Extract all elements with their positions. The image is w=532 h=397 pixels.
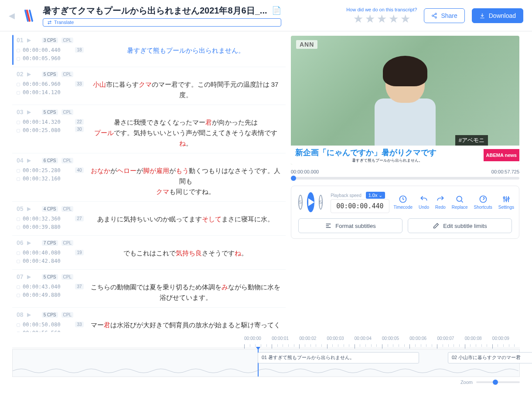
subtitle-row[interactable]: 04▶6 CPSCPL00:00:25.28000:00:32.16040おなか… [12,153,286,202]
rating-stars[interactable]: ★ ★ ★ ★ ★ [353,13,410,24]
hashtag-badge: #アベモニ [455,135,488,146]
speed-label: Playback speed [331,193,361,198]
share-button[interactable]: Share [424,8,464,23]
svg-point-10 [508,198,509,199]
star-icon[interactable]: ★ [365,13,375,24]
end-timecode[interactable]: 00:00:49.880 [17,291,73,299]
waveform [13,366,518,376]
cps-badge: 5 CPS [42,109,58,115]
play-button[interactable] [307,192,314,212]
play-icon[interactable]: ▶ [27,157,31,163]
skip-back-button[interactable]: 5 [298,195,303,210]
cpl-value: 30 [75,126,83,132]
notes-icon[interactable]: 📄 [272,6,281,15]
subtitle-text[interactable]: 小山市に暮らすクマのマー君です。この時間手元の温度計は 37 度。 [85,67,286,105]
translate-icon: ⇄ [48,20,51,25]
cps-badge: 6 CPS [42,158,58,163]
start-timecode[interactable]: 00:00:32.360 [17,215,73,223]
ruler-label: 00:00:06 [409,336,437,341]
subtitle-text[interactable]: 暑すぎて熊もプールから出られません。 [85,33,286,67]
subtitle-row[interactable]: 02▶5 CPSCPL00:00:06.96000:00:14.12033小山市… [12,67,286,105]
subtitle-row[interactable]: 05▶4 CPSCPL00:00:32.36000:00:39.88027あまり… [12,202,286,236]
timecode-tool[interactable]: Timecode [394,195,413,210]
subtitle-text[interactable]: でもこれはこれで気持ち良さそうですね。 [85,236,286,269]
start-timecode[interactable]: 00:00:00.440 [17,46,73,54]
start-timecode[interactable]: 00:00:14.320 [17,118,73,126]
star-icon[interactable]: ★ [353,13,363,24]
subtitle-text[interactable]: おなかがヘローが脚が雇用がもう動くつもりはなさそうです。人間もクマも同じですね。 [85,153,286,201]
ruler-label: 00:00:08 [465,336,492,341]
shortcuts-tool[interactable]: Shortcuts [474,195,492,210]
end-timecode[interactable]: 00:00:39.880 [17,223,73,231]
translate-button[interactable]: ⇄ Translate [43,18,281,27]
end-timecode[interactable]: 00:00:25.080 [17,126,73,135]
play-icon[interactable]: ▶ [27,274,31,280]
progress-bar[interactable] [291,177,519,180]
download-icon [479,13,485,19]
lower-third-main: 新企画「にゃんですか」暑がりクマです [295,147,479,158]
edit-limits-button[interactable]: Edit subtitle limits [408,218,512,233]
end-timecode[interactable]: 00:00:14.120 [17,88,73,97]
star-icon[interactable]: ★ [377,13,387,24]
video-tc-end: 00:00:57.725 [491,169,519,174]
subtitle-text[interactable]: マー君は水浴びが大好きで飼育員の放水が始まると駆け寄ってくるとよ。 [85,308,286,332]
start-timecode[interactable]: 00:00:40.080 [17,249,73,257]
play-icon[interactable]: ▶ [27,109,31,115]
subtitle-row[interactable]: 06▶7 CPSCPL00:00:40.08000:00:42.84019でもこ… [12,236,286,270]
timeline-clip[interactable]: 01 暑すぎて熊もプールから出られません。 [258,352,419,363]
play-icon[interactable]: ▶ [27,71,31,77]
settings-tool[interactable]: Settings [498,195,514,210]
cpl-value: 27 [75,216,83,221]
end-timecode[interactable]: 00:00:42.840 [17,257,73,265]
video-tc-start: 00:00:00.000 [291,169,319,174]
start-timecode[interactable]: 00:00:06.960 [17,80,73,88]
skip-forward-button[interactable]: 5 [319,195,323,210]
subtitle-number: 05 [17,205,24,212]
subtitle-text[interactable]: あまりに気持ちいいのか眠ってますそしてまさに寝耳に水。 [85,202,286,235]
star-icon[interactable]: ★ [400,13,410,24]
cpl-header: CPL [61,109,73,115]
subtitle-row[interactable]: 07▶5 CPSCPL00:00:43.04000:00:49.88037こちら… [12,270,286,308]
subtitle-text[interactable]: 暑さに我慢できなくなったマー君が向かった先はプールです。気持ちいいという声が聞こ… [85,105,286,153]
zoom-slider[interactable] [476,381,520,383]
subtitle-list[interactable]: 01▶3 CPSCPL00:00:00.44000:00:05.96018暑すぎ… [0,31,286,332]
zoom-thumb[interactable] [493,380,498,385]
subtitle-row[interactable]: 08▶5 CPSCPL00:00:50.08000:00:56.56033マー君… [12,308,286,332]
speed-select[interactable]: 1.0x ⌄ [366,192,385,199]
play-icon[interactable]: ▶ [27,206,31,212]
play-icon[interactable]: ▶ [27,240,31,246]
download-button[interactable]: Download [472,8,523,23]
end-timecode[interactable]: 00:00:32.160 [17,175,73,183]
subtitle-row[interactable]: 01▶3 CPSCPL00:00:00.44000:00:05.96018暑すぎ… [12,33,286,67]
format-subtitles-button[interactable]: Format subtitles [298,218,402,233]
play-icon[interactable]: ▶ [27,312,31,318]
subtitle-number: 07 [17,273,24,280]
ruler-label: 00:00:00 [244,336,272,341]
timecode-display[interactable]: 00:00:00.440 [331,199,389,213]
cpl-header: CPL [61,158,73,163]
video-preview[interactable]: ANN #アベモニ 新企画「にゃんですか」暑がりクマです 暑すぎて熊もプールから… [291,36,519,165]
timeline-panel[interactable]: 00:00:0000:00:0100:00:0200:00:0300:00:04… [12,336,520,392]
rating-label: How did we do on this transcript? [346,7,417,12]
undo-tool[interactable]: Undo [419,195,429,210]
start-timecode[interactable]: 00:00:25.280 [17,166,73,175]
timeline-clip[interactable]: 02 小山市に暮らすクマのマー君 [448,352,532,363]
replace-tool[interactable]: Replace [452,195,468,210]
end-timecode[interactable]: 00:00:56.560 [17,329,73,332]
redo-tool[interactable]: Redo [435,195,446,210]
end-timecode[interactable]: 00:00:05.960 [17,54,73,63]
share-icon [431,13,437,19]
progress-thumb[interactable] [291,176,296,181]
start-timecode[interactable]: 00:00:50.080 [17,321,73,329]
cpl-value: 22 [75,119,83,125]
cpl-header: CPL [61,312,73,318]
subtitle-number: 01 [17,37,24,44]
subtitle-number: 03 [17,109,24,115]
back-button[interactable]: ◀ [9,11,15,20]
play-icon[interactable]: ▶ [27,37,31,43]
cpl-header: CPL [61,37,73,43]
subtitle-text[interactable]: こちらの動物園では夏を乗り切るため体調をみながら動物に水を浴びせています。 [85,270,286,307]
star-icon[interactable]: ★ [389,13,399,24]
start-timecode[interactable]: 00:00:43.040 [17,283,73,291]
subtitle-row[interactable]: 03▶5 CPSCPL00:00:14.32000:00:25.0802230暑… [12,105,286,153]
